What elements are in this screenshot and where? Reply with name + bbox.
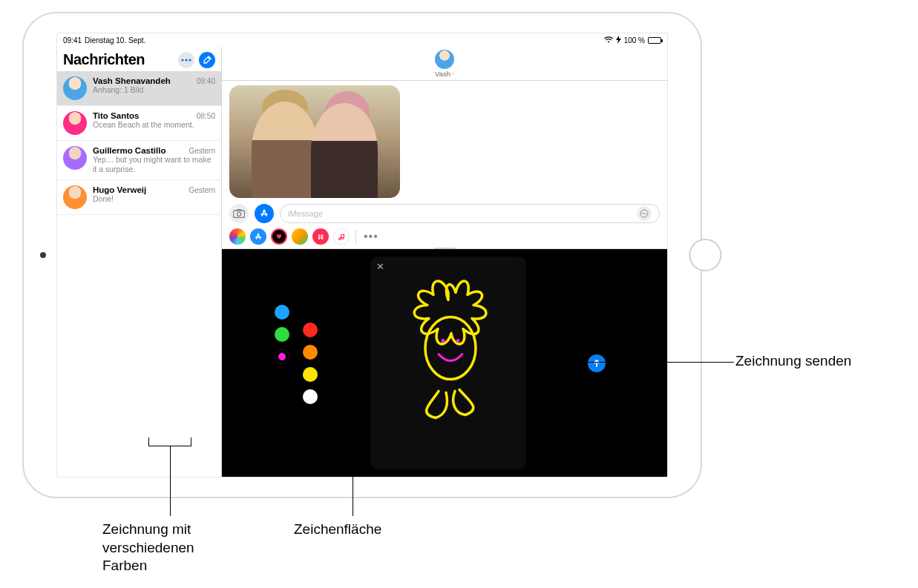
svg-point-7	[442, 339, 445, 343]
chat-header: Vash ›	[222, 47, 667, 81]
conversation-time: 09:40	[197, 77, 215, 85]
digital-touch-drawer: ✕	[222, 249, 667, 477]
close-canvas-button[interactable]: ✕	[376, 261, 384, 272]
avatar	[63, 76, 87, 100]
callout-canvas: Zeichenfläche	[294, 521, 381, 539]
message-input-row: iMessage	[222, 201, 667, 226]
home-button[interactable]	[689, 239, 721, 271]
contact-info[interactable]: Vash ›	[435, 50, 454, 78]
message-input[interactable]: iMessage	[280, 204, 660, 223]
svg-point-4	[237, 212, 240, 216]
conversation-preview: Yep… but you might want to make it a sur…	[93, 155, 215, 174]
callout-line	[554, 362, 734, 363]
conversation-name: Tito Santos	[93, 111, 139, 120]
svg-point-8	[456, 339, 460, 343]
conversation-list: Vash Shenavandeh 09:40 Anhang: 1 Bild Ti…	[57, 71, 221, 477]
conversation-name: Vash Shenavandeh	[93, 76, 171, 85]
callout-palette: Zeichnung mit verschiedenen Farben	[102, 521, 229, 575]
front-camera-icon	[40, 252, 46, 258]
conversation-name: Guillermo Castillo	[93, 146, 165, 155]
wifi-icon	[604, 36, 613, 44]
conversation-preview: Done!	[93, 194, 215, 204]
conversation-item[interactable]: Hugo Verweij Gestern Done!	[57, 180, 221, 215]
status-date: Dienstag 10. Sept.	[85, 36, 145, 44]
screen: 09:41 Dienstag 10. Sept. 100 % Nachricht…	[56, 33, 668, 478]
hashtag-images-icon[interactable]	[312, 228, 329, 245]
svg-point-0	[181, 59, 183, 61]
contact-name: Vash	[435, 70, 450, 78]
charging-icon	[616, 36, 621, 45]
digital-touch-app-icon[interactable]	[271, 228, 287, 245]
color-swatch-red[interactable]	[303, 323, 318, 337]
messages-app: Nachrichten	[57, 47, 667, 477]
avatar	[63, 111, 87, 135]
memoji-app-icon[interactable]	[292, 228, 308, 245]
callout-send: Zeichnung senden	[735, 352, 851, 371]
tray-divider	[355, 230, 356, 243]
svg-rect-3	[234, 211, 245, 218]
svg-point-2	[188, 59, 191, 61]
compose-button[interactable]	[199, 52, 215, 68]
avatar	[63, 146, 87, 170]
conversation-time: 08:50	[197, 112, 215, 120]
voice-record-button[interactable]	[637, 206, 652, 221]
app-tray: •••	[222, 226, 667, 249]
camera-button[interactable]	[229, 204, 249, 223]
status-time: 09:41	[63, 36, 82, 44]
tray-more-button[interactable]: •••	[364, 230, 378, 243]
photos-app-icon[interactable]	[229, 228, 246, 245]
conversation-preview: Ocean Beach at the moment.	[93, 120, 215, 130]
status-bar: 09:41 Dienstag 10. Sept. 100 %	[57, 33, 667, 47]
contact-avatar	[435, 50, 454, 69]
callout-line	[353, 468, 353, 516]
app-drawer-button[interactable]	[255, 204, 274, 223]
callout-bracket	[148, 437, 191, 446]
photo-message[interactable]	[229, 85, 400, 198]
chat-body[interactable]	[222, 81, 667, 201]
conversation-sidebar: Nachrichten	[57, 47, 222, 477]
battery-icon	[648, 37, 661, 44]
send-drawing-button[interactable]	[588, 354, 606, 372]
color-swatch-white[interactable]	[303, 389, 318, 404]
music-app-icon[interactable]	[333, 228, 350, 245]
conversation-name: Hugo Verweij	[93, 185, 146, 194]
sidebar-title: Nachrichten	[63, 51, 145, 68]
avatar	[63, 185, 87, 209]
battery-percent: 100 %	[624, 36, 645, 44]
appstore-app-icon[interactable]	[250, 228, 266, 245]
color-palette	[222, 249, 370, 477]
drawing-canvas-wrap: ✕	[370, 257, 526, 469]
conversation-preview: Anhang: 1 Bild	[93, 85, 215, 95]
color-swatch-yellow[interactable]	[303, 367, 318, 382]
conversation-item[interactable]: Vash Shenavandeh 09:40 Anhang: 1 Bild	[57, 71, 221, 106]
color-swatch-green[interactable]	[275, 327, 289, 342]
send-area	[526, 249, 667, 477]
chat-pane: Vash ›	[222, 47, 667, 477]
callout-line	[170, 446, 171, 516]
drawing-canvas[interactable]	[370, 257, 526, 469]
conversation-item[interactable]: Guillermo Castillo Gestern Yep… but you …	[57, 141, 221, 180]
conversation-time: Gestern	[188, 147, 215, 155]
color-swatch-orange[interactable]	[303, 345, 318, 360]
svg-point-1	[185, 59, 187, 61]
ipad-frame: 09:41 Dienstag 10. Sept. 100 % Nachricht…	[24, 13, 701, 497]
color-swatch-magenta[interactable]	[275, 349, 289, 364]
conversation-item[interactable]: Tito Santos 08:50 Ocean Beach at the mom…	[57, 106, 221, 141]
more-button[interactable]	[178, 52, 194, 68]
color-swatch-blue[interactable]	[275, 305, 289, 320]
conversation-time: Gestern	[188, 186, 215, 194]
chevron-right-icon: ›	[452, 70, 454, 77]
svg-point-6	[425, 317, 476, 380]
input-placeholder: iMessage	[288, 209, 323, 218]
sidebar-header: Nachrichten	[57, 47, 221, 71]
